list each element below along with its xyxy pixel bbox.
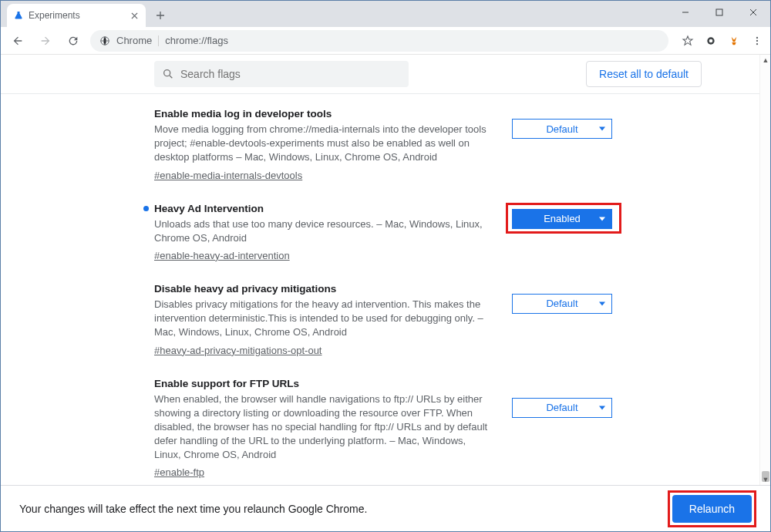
flag-select-value: Default bbox=[546, 402, 577, 413]
flags-list: Enable media log in developer tools Move… bbox=[154, 94, 617, 485]
flag-item: Heavy Ad Intervention Unloads ads that u… bbox=[154, 192, 617, 272]
svg-point-3 bbox=[709, 39, 713, 42]
flag-hash-link[interactable]: #enable-media-internals-devtools bbox=[154, 170, 302, 181]
flag-select[interactable]: Default bbox=[512, 294, 612, 314]
svg-point-4 bbox=[756, 36, 758, 38]
flag-hash-link[interactable]: #heavy-ad-privacy-mitigations-opt-out bbox=[154, 345, 322, 356]
menu-icon[interactable] bbox=[750, 34, 764, 48]
bookmark-star-icon[interactable] bbox=[681, 34, 695, 48]
flag-item: Enable support for FTP URLs When enabled… bbox=[154, 367, 617, 486]
flag-description: When enabled, the browser will handle na… bbox=[154, 392, 493, 463]
flag-hash-link[interactable]: #enable-ftp bbox=[154, 466, 204, 478]
window-controls bbox=[668, 1, 770, 24]
tab-title: Experiments bbox=[29, 10, 80, 21]
flag-description: Move media logging from chrome://media-i… bbox=[154, 123, 493, 165]
profile-icon[interactable] bbox=[727, 34, 741, 48]
flag-select[interactable]: Default bbox=[512, 119, 612, 139]
close-icon[interactable] bbox=[130, 12, 138, 19]
footer-message: Your changes will take effect the next t… bbox=[19, 503, 367, 515]
omnibox-divider bbox=[158, 35, 159, 46]
minimize-button[interactable] bbox=[668, 1, 702, 24]
search-icon bbox=[162, 68, 174, 80]
flag-hash-link[interactable]: #enable-heavy-ad-intervention bbox=[154, 250, 290, 261]
vertical-scrollbar[interactable]: ▲ ▼ bbox=[759, 55, 770, 485]
chevron-down-icon bbox=[599, 127, 605, 131]
extension-icon[interactable] bbox=[704, 34, 718, 48]
maximize-button[interactable] bbox=[702, 1, 736, 24]
flag-item: Enable media log in developer tools Move… bbox=[154, 97, 617, 192]
browser-toolbar: Chrome chrome://flags bbox=[1, 27, 770, 55]
browser-tab[interactable]: Experiments bbox=[7, 4, 146, 27]
reset-all-button[interactable]: Reset all to default bbox=[586, 61, 702, 87]
svg-point-7 bbox=[164, 70, 170, 76]
flags-header: Reset all to default bbox=[1, 55, 770, 94]
modified-dot-icon bbox=[143, 206, 149, 211]
highlight-box bbox=[668, 490, 756, 527]
back-button[interactable] bbox=[7, 30, 29, 52]
search-flags-box[interactable] bbox=[154, 61, 409, 87]
scroll-up-icon[interactable]: ▲ bbox=[760, 55, 770, 66]
flag-select-value: Default bbox=[546, 123, 577, 135]
page-content: Reset all to default Enable media log in… bbox=[1, 55, 770, 485]
search-input[interactable] bbox=[180, 68, 401, 80]
omnibox-url: chrome://flags bbox=[165, 35, 228, 46]
svg-point-5 bbox=[756, 39, 758, 41]
flag-title: Heavy Ad Intervention bbox=[154, 203, 493, 214]
scroll-down-icon[interactable]: ▼ bbox=[760, 474, 770, 485]
window-titlebar: Experiments bbox=[1, 1, 770, 27]
flag-select[interactable]: Default bbox=[512, 398, 612, 418]
flag-select-value: Enabled bbox=[544, 213, 581, 224]
address-bar[interactable]: Chrome chrome://flags bbox=[90, 30, 668, 52]
flag-description: Unloads ads that use too many device res… bbox=[154, 217, 493, 245]
flag-item: Disable heavy ad privacy mitigations Dis… bbox=[154, 272, 617, 367]
reload-button[interactable] bbox=[62, 30, 84, 52]
close-window-button[interactable] bbox=[736, 1, 770, 24]
chevron-down-icon bbox=[599, 217, 605, 221]
forward-button[interactable] bbox=[35, 30, 56, 52]
flask-icon bbox=[13, 10, 24, 21]
flag-description: Disables privacy mitigations for the hea… bbox=[154, 298, 493, 340]
chevron-down-icon bbox=[599, 406, 605, 409]
flag-title: Enable media log in developer tools bbox=[154, 108, 493, 120]
svg-rect-0 bbox=[716, 9, 722, 15]
new-tab-button[interactable] bbox=[150, 5, 170, 25]
svg-point-6 bbox=[756, 42, 758, 44]
flag-title: Enable support for FTP URLs bbox=[154, 378, 493, 389]
chevron-down-icon bbox=[599, 301, 605, 305]
flag-title: Disable heavy ad privacy mitigations bbox=[154, 283, 493, 295]
site-info-icon[interactable] bbox=[99, 35, 110, 46]
flag-select-value: Default bbox=[546, 298, 577, 309]
relaunch-footer: Your changes will take effect the next t… bbox=[1, 485, 770, 531]
flag-select[interactable]: Enabled bbox=[512, 209, 612, 229]
omnibox-origin: Chrome bbox=[116, 35, 152, 46]
